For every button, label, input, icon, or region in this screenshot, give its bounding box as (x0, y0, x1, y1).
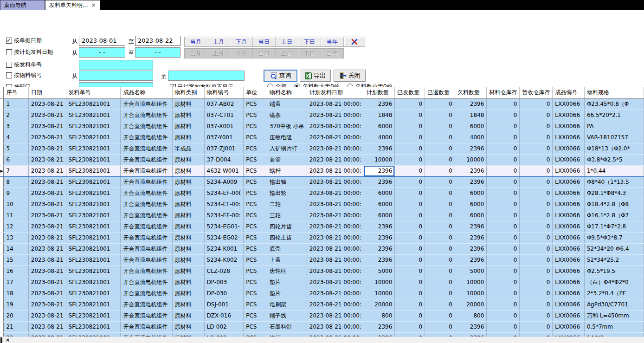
grid-cell[interactable]: 2396 (455, 232, 486, 243)
grid-cell[interactable]: 原材料 (172, 232, 204, 243)
grid-cell[interactable]: 0 (425, 321, 455, 332)
grid-cell[interactable]: 4632-W001 (204, 165, 244, 176)
plan-date-from-input[interactable]: - - (79, 47, 125, 58)
grid-cell[interactable]: 0.5*7mm (584, 321, 644, 332)
row-indicator[interactable] (0, 277, 4, 288)
grid-cell[interactable]: PCS (244, 165, 267, 176)
column-header[interactable]: 单位 (244, 87, 267, 98)
grid-cell[interactable]: LXX0066 (553, 254, 585, 265)
grid-cell[interactable]: 2023-08-21 (28, 143, 66, 154)
grid-cell[interactable]: 0 (487, 176, 520, 188)
grid-cell[interactable]: 2023-08-21 00:00: (307, 232, 364, 243)
date-shortcut-button[interactable]: 当月 (185, 37, 207, 46)
grid-cell[interactable]: SFL230821001 (66, 199, 121, 210)
grid-cell[interactable]: 2023-08-21 (28, 132, 66, 143)
column-header[interactable]: 物料类别 (172, 87, 204, 98)
grid-cell[interactable]: CLZ-028 (204, 265, 244, 277)
column-header[interactable]: 物料规格 (584, 87, 644, 98)
grid-cell[interactable]: VAR-18107157 (584, 132, 644, 143)
grid-cell[interactable]: 6000 (455, 210, 486, 221)
scroll-left-arrow-icon[interactable]: ◀ (6, 337, 9, 343)
grid-cell[interactable]: 10 (4, 199, 28, 210)
grid-cell[interactable]: 2023-08-21 (28, 288, 66, 299)
grid-cell[interactable]: 0 (425, 221, 455, 232)
grid-cell[interactable]: 0 (520, 277, 553, 288)
grid-cell[interactable]: LXX0066 (553, 277, 585, 288)
grid-cell[interactable]: 0 (395, 121, 425, 132)
column-header[interactable]: 成品编号 (553, 87, 585, 98)
grid-cell[interactable]: 2023-08-21 (28, 232, 66, 243)
grid-cell[interactable]: 11 (4, 210, 28, 221)
grid-cell[interactable]: 0 (520, 154, 553, 165)
grid-cell[interactable]: 开合直流电机组件 (121, 288, 172, 299)
grid-cell[interactable]: PCS (244, 243, 267, 254)
plan-date-to-input[interactable]: - - (135, 47, 180, 58)
grid-cell[interactable]: 0 (395, 277, 425, 288)
grid-cell[interactable]: SFL230821001 (66, 165, 121, 176)
grid-cell[interactable]: 20000 (364, 299, 394, 310)
grid-cell[interactable]: PCS (244, 232, 267, 243)
grid-cell[interactable]: 2396 (364, 143, 394, 154)
grid-cell[interactable]: 开合直流电机组件 (121, 110, 172, 121)
grid-cell[interactable]: LXX0066 (553, 310, 585, 321)
grid-cell[interactable]: 2396 (364, 321, 394, 332)
grid-cell[interactable]: 0 (520, 210, 553, 221)
grid-cell[interactable]: SFL230821001 (66, 210, 121, 221)
grid-cell[interactable]: 0 (395, 243, 425, 254)
grid-cell[interactable]: 0 (520, 165, 553, 176)
grid-cell[interactable]: 原材料 (172, 221, 204, 232)
grid-cell[interactable]: 2023-08-21 00:00: (307, 165, 364, 176)
grid-cell[interactable]: 0 (395, 221, 425, 232)
grid-cell[interactable]: 半成品 (172, 143, 204, 154)
grid-cell[interactable]: 0 (425, 121, 455, 132)
grid-cell[interactable]: 10000 (364, 277, 394, 288)
grid-cell[interactable]: 电刷架 (267, 299, 307, 310)
grid-cell[interactable]: 2023-08-21 (28, 265, 66, 277)
grid-cell[interactable]: SFL230821001 (66, 143, 121, 154)
grid-cell[interactable]: 原材料 (172, 277, 204, 288)
row-indicator[interactable] (0, 310, 4, 321)
grid-cell[interactable]: 2396 (364, 221, 394, 232)
grid-cell[interactable]: 2023-08-21 (28, 165, 66, 176)
grid-cell[interactable]: 2023-08-21 (28, 121, 66, 132)
grid-cell[interactable]: 开合直流电机组件 (121, 176, 172, 188)
material-no-to-input[interactable] (168, 71, 245, 81)
grid-cell[interactable]: 2023-08-21 (28, 254, 66, 265)
grid-cell[interactable]: 0 (487, 110, 520, 121)
grid-cell[interactable]: 2396 (455, 321, 486, 332)
grid-cell[interactable]: 0 (520, 98, 553, 110)
grid-cell[interactable]: 5234-EG02- (204, 232, 244, 243)
grid-cell[interactable]: PCS (244, 310, 267, 321)
grid-cell[interactable]: 0 (425, 243, 455, 254)
grid-cell[interactable]: 开合直流电机组件 (121, 232, 172, 243)
grid-cell[interactable]: 原材料 (172, 254, 204, 265)
grid-cell[interactable]: 垫片 (267, 288, 307, 299)
grid-cell[interactable]: 四轮主齿 (267, 232, 307, 243)
grid-cell[interactable]: 20 (4, 310, 28, 321)
shortage-grid[interactable]: 序号日期发料单号成品名称物料类别物料编号单位物料名称计划发料日期计划数量已发数量… (0, 87, 644, 343)
grid-cell[interactable]: 20000 (455, 299, 486, 310)
grid-cell[interactable]: 蜗杆 (267, 165, 307, 176)
date-shortcut-button[interactable]: 当日 (253, 37, 276, 46)
grid-cell[interactable]: 开合直流电机组件 (121, 265, 172, 277)
grid-cell[interactable]: 037-Y001 (204, 132, 244, 143)
grid-cell[interactable]: 800 (455, 310, 486, 321)
grid-cell[interactable]: PCS (244, 176, 267, 188)
grid-cell[interactable]: Φ2.5*19.5 (584, 265, 644, 277)
grid-cell[interactable]: 2023-08-21 00:00: (307, 277, 364, 288)
grid-cell[interactable]: 0 (395, 176, 425, 188)
column-header[interactable]: 序号 (4, 87, 28, 98)
material-no-checkbox[interactable] (6, 72, 12, 78)
grid-cell[interactable]: 石墨料带 (267, 321, 307, 332)
grid-cell[interactable]: LXX0066 (553, 132, 585, 143)
column-header[interactable]: 发料单号 (66, 87, 121, 98)
grid-cell[interactable]: 原材料 (172, 310, 204, 321)
grid-cell[interactable]: 0 (487, 165, 520, 176)
grid-cell[interactable]: 2396 (364, 243, 394, 254)
grid-cell[interactable]: 2023-08-21 (28, 321, 66, 332)
grid-cell[interactable]: 0 (425, 143, 455, 154)
close-button[interactable]: 关闭 (334, 70, 366, 82)
grid-cell[interactable]: SFL230821001 (66, 221, 121, 232)
grid-cell[interactable]: 开合直流电机组件 (121, 121, 172, 132)
grid-cell[interactable]: 5000 (364, 265, 394, 277)
